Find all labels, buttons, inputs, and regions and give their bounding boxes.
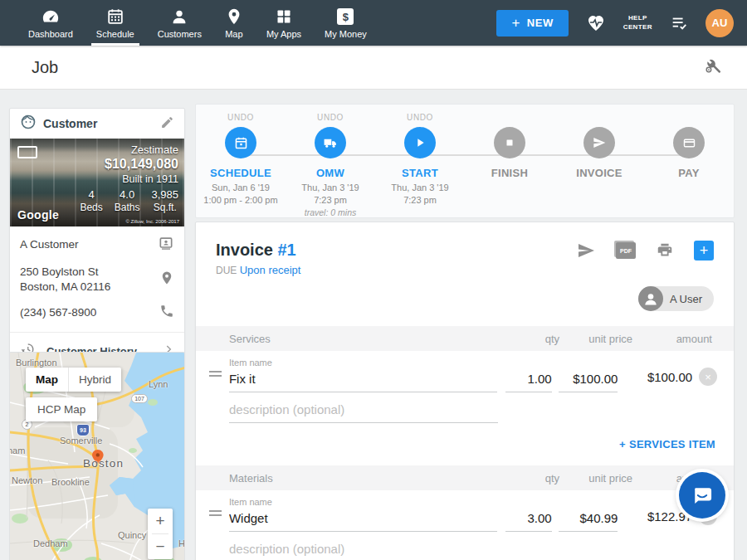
schedule-step-button[interactable] bbox=[225, 127, 256, 158]
material-unit-price-input[interactable] bbox=[559, 509, 618, 532]
timeline-step-pay: PAY bbox=[644, 105, 734, 217]
send-icon bbox=[593, 136, 606, 149]
map-label-newton: Newton bbox=[12, 475, 42, 485]
location-pin-icon[interactable] bbox=[159, 270, 174, 289]
help-center-link[interactable]: HELP CENTER bbox=[623, 14, 652, 32]
add-services-item-link[interactable]: + SERVICES ITEM bbox=[619, 438, 715, 450]
nav-schedule[interactable]: Schedule bbox=[85, 0, 146, 46]
zoom-in-button[interactable]: + bbox=[148, 509, 173, 533]
customer-details: A Customer 250 Boylston St Boston, MA 02… bbox=[10, 226, 184, 322]
nav-my-apps-label: My Apps bbox=[266, 29, 301, 39]
page-header: Job bbox=[0, 46, 747, 90]
nav-my-money-label: My Money bbox=[325, 29, 367, 39]
omw-step-button[interactable] bbox=[315, 127, 346, 158]
undo-schedule-button[interactable]: UNDO bbox=[227, 113, 254, 124]
unit-price-column-header: unit price bbox=[566, 472, 632, 485]
avatar-initials: AU bbox=[712, 17, 728, 29]
drag-handle-icon[interactable] bbox=[209, 368, 226, 379]
pdf-icon[interactable]: PDF bbox=[616, 242, 636, 259]
material-item-name-input[interactable] bbox=[229, 509, 497, 532]
map-card[interactable]: Burlington Lynn 107 2 93 Somerville ham … bbox=[9, 352, 185, 560]
map-type-control: Map Hybrid bbox=[26, 368, 121, 392]
qty-column-header: qty bbox=[505, 333, 559, 345]
customer-card: Customer Zestimate $10,149,080 Built in … bbox=[9, 108, 185, 370]
timeline-step-omw: UNDO OMW Thu, Jan 3 '19 7:23 pm travel: … bbox=[286, 105, 375, 217]
edit-pencil-icon[interactable] bbox=[160, 115, 174, 133]
stat-baths: 4.0Baths bbox=[115, 188, 140, 213]
send-invoice-icon[interactable] bbox=[576, 241, 596, 261]
nav-map-label: Map bbox=[225, 29, 242, 39]
service-qty-input[interactable] bbox=[505, 370, 552, 392]
assigned-user-pill[interactable]: A User bbox=[638, 286, 714, 311]
item-name-label: Item name bbox=[229, 358, 497, 368]
customers-icon bbox=[170, 7, 188, 27]
service-description-input[interactable] bbox=[229, 401, 498, 423]
service-amount: $100.00 bbox=[627, 370, 692, 392]
nav-my-money[interactable]: $ My Money bbox=[313, 0, 378, 46]
user-avatar[interactable]: AU bbox=[706, 9, 734, 37]
add-invoice-button[interactable]: + bbox=[694, 241, 714, 261]
material-qty-input[interactable] bbox=[505, 509, 552, 532]
customer-card-title: Customer bbox=[43, 117, 97, 130]
due-terms-link[interactable]: Upon receipt bbox=[240, 264, 301, 276]
invoice-card: Invoice #1 DUE Upon receipt PDF bbox=[195, 222, 735, 560]
phone-icon[interactable] bbox=[159, 304, 174, 322]
start-step-button[interactable] bbox=[404, 127, 436, 158]
zoom-out-button[interactable]: − bbox=[148, 534, 173, 559]
map-label-hingham: Hi bbox=[178, 538, 185, 548]
nav-schedule-label: Schedule bbox=[96, 29, 134, 39]
remove-service-item-button[interactable]: × bbox=[699, 368, 717, 386]
nav-map[interactable]: Map bbox=[213, 0, 255, 46]
finish-step-label: FINISH bbox=[491, 167, 528, 179]
google-watermark: Google bbox=[17, 208, 59, 222]
map-type-hybrid-button[interactable]: Hybrid bbox=[69, 368, 121, 392]
assigned-user-name: A User bbox=[670, 293, 702, 305]
chat-launcher-button[interactable] bbox=[679, 472, 725, 519]
credit-card-icon bbox=[682, 136, 696, 150]
invoice-step-button[interactable] bbox=[583, 127, 615, 158]
invoice-number: #1 bbox=[277, 241, 295, 259]
nav-dashboard[interactable]: Dashboard bbox=[17, 0, 85, 46]
nav-my-apps[interactable]: My Apps bbox=[255, 0, 313, 46]
invoice-header: Invoice #1 DUE Upon receipt PDF bbox=[196, 222, 734, 276]
new-button[interactable]: + NEW bbox=[496, 10, 568, 37]
contact-card-icon[interactable] bbox=[158, 235, 174, 255]
help-center-line1: HELP bbox=[623, 14, 652, 22]
timeline-step-finish: FINISH bbox=[465, 105, 554, 217]
hcp-map-button[interactable]: HCP Map bbox=[26, 397, 97, 421]
drag-handle-icon[interactable] bbox=[209, 508, 226, 519]
job-tools-icon[interactable] bbox=[704, 56, 722, 78]
built-year: Built in 1911 bbox=[80, 173, 178, 185]
customer-name: A Customer bbox=[20, 237, 79, 252]
nav-customers-label: Customers bbox=[158, 29, 202, 39]
nav-customers[interactable]: Customers bbox=[146, 0, 213, 46]
stop-icon bbox=[504, 137, 515, 149]
map-label-brookline: Brookline bbox=[51, 477, 90, 487]
service-item-name-input[interactable] bbox=[229, 370, 497, 392]
materials-section-title: Materials bbox=[229, 472, 498, 485]
street-view-icon[interactable] bbox=[17, 146, 37, 158]
omw-step-date: Thu, Jan 3 '19 7:23 pm bbox=[301, 182, 359, 207]
material-description-input[interactable] bbox=[229, 540, 498, 560]
service-unit-price-input[interactable] bbox=[559, 370, 618, 392]
print-icon[interactable] bbox=[656, 241, 674, 260]
customer-phone: (234) 567-8900 bbox=[20, 305, 96, 320]
invoice-title: Invoice #1 bbox=[216, 241, 300, 260]
dashboard-icon bbox=[42, 7, 60, 27]
property-photo[interactable]: Zestimate $10,149,080 Built in 1911 4Bed… bbox=[10, 139, 184, 226]
health-heart-icon[interactable] bbox=[585, 13, 607, 33]
undo-omw-button[interactable]: UNDO bbox=[317, 113, 344, 124]
map-label-quincy: Quincy bbox=[118, 530, 146, 540]
assigned-user-row: A User bbox=[196, 276, 734, 311]
customer-card-header: Customer bbox=[10, 109, 184, 139]
undo-start-button[interactable]: UNDO bbox=[407, 113, 433, 124]
map-type-map-button[interactable]: Map bbox=[26, 368, 68, 392]
pay-step-button[interactable] bbox=[673, 127, 705, 158]
tasks-checklist-icon[interactable] bbox=[669, 14, 689, 32]
finish-step-button[interactable] bbox=[494, 127, 525, 158]
qty-column-header: qty bbox=[505, 472, 559, 485]
services-section-header: Services qty unit price amount bbox=[196, 326, 734, 351]
customer-address-row: 250 Boylston St Boston, MA 02116 bbox=[20, 265, 174, 294]
omw-step-label: OMW bbox=[316, 167, 344, 179]
stat-sqft: 3,985Sq.ft. bbox=[151, 188, 178, 213]
